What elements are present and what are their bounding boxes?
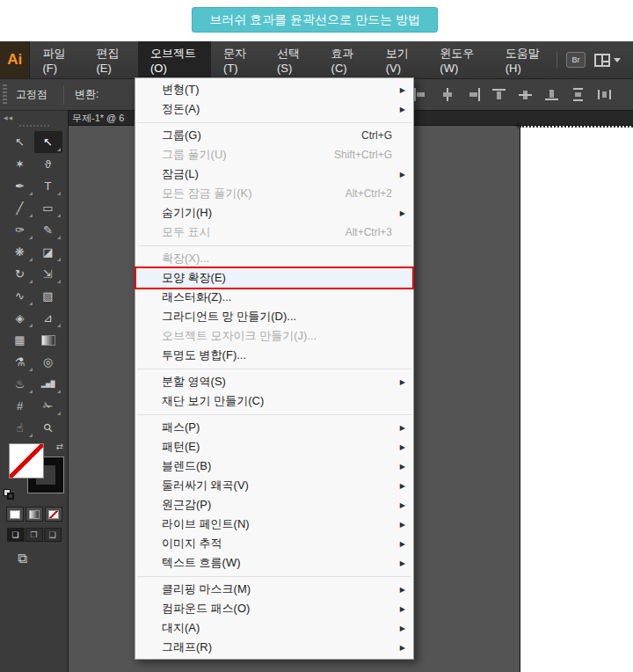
align-vertical-middle-icon[interactable] — [519, 88, 534, 101]
scale-tool[interactable]: ⇲ — [34, 263, 62, 285]
menubar-item-edit[interactable]: 편집(E) — [84, 41, 138, 78]
menu-item-label: 모든 잠금 풀기(K) — [135, 186, 252, 201]
menu-item-flatten-transparency[interactable]: 투명도 병합(F)... — [135, 346, 413, 365]
mesh-tool[interactable]: ▦ — [6, 329, 34, 351]
draw-behind-mode[interactable]: ❐ — [25, 528, 43, 542]
symbol-sprayer-tool[interactable]: ♨ — [6, 373, 34, 395]
menubar-item-view[interactable]: 보기(V) — [374, 41, 428, 78]
menu-item-label: 클리핑 마스크(M) — [135, 581, 251, 597]
fill-color-swatch[interactable] — [9, 443, 44, 478]
menu-item-lock[interactable]: 잠금(L) ▶ — [135, 164, 413, 184]
line-segment-tool[interactable]: ╱ — [6, 197, 34, 219]
menu-item-expand-appearance[interactable]: 모양 확장(E) — [135, 268, 413, 288]
rectangle-tool[interactable]: ▭ — [34, 197, 62, 219]
menubar-item-help[interactable]: 도움말(H) — [493, 41, 557, 78]
perspective-grid-tool[interactable]: ⊿ — [34, 307, 62, 329]
menu-item-pattern[interactable]: 패턴(E) ▶ — [135, 437, 413, 457]
panel-grip-handle[interactable] — [3, 84, 7, 106]
menu-item-create-trim-view[interactable]: 재단 보기 만들기(C) — [135, 391, 413, 411]
menu-item-group[interactable]: 그룹(G) Ctrl+G — [135, 126, 413, 145]
menu-item-artboards[interactable]: 대지(A) ▶ — [135, 618, 413, 638]
rotate-tool[interactable]: ↻ — [6, 263, 34, 285]
pen-tool[interactable]: ✒ — [6, 175, 34, 197]
column-graph-tool[interactable]: ▂▅█ — [34, 373, 62, 395]
menu-item-show-all[interactable]: 모두 표시 Alt+Ctrl+3 — [135, 223, 413, 242]
menu-item-hide[interactable]: 숨기기(H) ▶ — [135, 203, 413, 223]
menubar-item-select[interactable]: 선택(S) — [265, 41, 319, 78]
menu-item-rasterize[interactable]: 래스터화(Z)... — [135, 288, 413, 307]
menu-item-create-object-mosaic[interactable]: 오브젝트 모자이크 만들기(J)... — [135, 326, 413, 346]
menu-item-image-trace[interactable]: 이미지 추적 ▶ — [135, 534, 413, 553]
direct-selection-tool[interactable]: ↖ — [34, 131, 62, 153]
gradient-tool[interactable] — [34, 329, 62, 351]
menu-item-envelope-distort[interactable]: 둘러싸기 왜곡(V) ▶ — [135, 476, 413, 495]
artboard[interactable] — [520, 126, 633, 672]
menu-item-expand[interactable]: 확장(X)... — [135, 249, 413, 268]
menu-item-label: 그룹 풀기(U) — [135, 147, 227, 163]
eyedropper-tool[interactable]: ⚗ — [6, 351, 34, 373]
distribute-vertical-icon[interactable] — [571, 88, 586, 101]
bridge-button[interactable]: Br — [566, 52, 586, 68]
draw-inside-mode[interactable]: ❑ — [44, 528, 62, 542]
width-tool[interactable]: ∿ — [6, 285, 34, 307]
blob-brush-tool[interactable]: ❋ — [6, 241, 34, 263]
menubar-item-file[interactable]: 파일(F) — [30, 41, 84, 78]
align-vertical-bottom-icon[interactable] — [545, 88, 560, 101]
menu-item-label: 확장(X)... — [135, 251, 209, 267]
artboard-tool[interactable]: # — [6, 395, 34, 417]
screen-mode-button[interactable]: ⧉ — [18, 551, 68, 566]
draw-normal-mode[interactable]: ❏ — [7, 528, 25, 542]
free-transform-tool[interactable]: ▧ — [34, 285, 62, 307]
lasso-tool[interactable]: ϑ — [34, 153, 62, 175]
magic-wand-tool[interactable]: ✶ — [6, 153, 34, 175]
submenu-arrow-icon: ▶ — [400, 625, 405, 632]
menu-item-create-gradient-mesh[interactable]: 그라디언트 망 만들기(D)... — [135, 307, 413, 326]
menubar-item-object[interactable]: 오브젝트(O) — [138, 41, 211, 78]
zoom-tool[interactable]: ⚲ — [34, 417, 62, 439]
slice-tool[interactable]: ✁ — [34, 395, 62, 417]
menubar-item-effect[interactable]: 효과(C) — [319, 41, 374, 78]
color-chip-icon — [10, 510, 20, 519]
menu-item-transform[interactable]: 변형(T) ▶ — [135, 80, 413, 99]
align-vertical-top-icon[interactable] — [492, 88, 507, 101]
gradient-button[interactable] — [25, 507, 43, 522]
type-tool[interactable]: T — [34, 175, 62, 197]
menubar-item-type[interactable]: 문자(T) — [211, 41, 265, 78]
menu-item-path[interactable]: 패스(P) ▶ — [135, 418, 413, 437]
align-horizontal-center-icon[interactable] — [440, 88, 455, 101]
selection-tool[interactable]: ↖ — [6, 131, 34, 153]
color-button[interactable] — [6, 507, 24, 522]
align-horizontal-left-icon[interactable] — [413, 88, 428, 101]
menu-item-graph[interactable]: 그래프(R) ▶ — [135, 638, 413, 657]
menubar-item-window[interactable]: 윈도우(W) — [427, 41, 492, 78]
menu-item-text-wrap[interactable]: 텍스트 흐름(W) ▶ — [135, 553, 413, 573]
menu-item-live-paint[interactable]: 라이브 페인트(N) ▶ — [135, 515, 413, 534]
menubar-divider — [557, 52, 557, 68]
menu-item-perspective[interactable]: 원근감(P) ▶ — [135, 495, 413, 515]
collapse-panel-button[interactable]: ◀◀ — [0, 111, 68, 123]
width-tool-icon: ∿ — [15, 289, 25, 303]
gradient-chip-icon — [29, 510, 40, 519]
pencil-tool[interactable]: ✎ — [34, 219, 62, 241]
menu-item-ungroup[interactable]: 그룹 풀기(U) Shift+Ctrl+G — [135, 145, 413, 164]
none-button[interactable] — [45, 507, 62, 522]
menu-item-slice[interactable]: 분할 영역(S) ▶ — [135, 372, 413, 391]
menu-item-clipping-mask[interactable]: 클리핑 마스크(M) ▶ — [135, 580, 413, 599]
menu-item-blend[interactable]: 블렌드(B) ▶ — [135, 457, 413, 476]
align-horizontal-right-icon[interactable] — [466, 88, 481, 101]
eraser-tool[interactable]: ◪ — [34, 241, 62, 263]
swap-fill-stroke-icon[interactable]: ⇄ — [56, 442, 63, 451]
paintbrush-tool[interactable]: ✑ — [6, 219, 34, 241]
workspace-switcher-button[interactable] — [594, 54, 621, 67]
hand-tool[interactable]: ☝ — [6, 417, 34, 439]
panel-drag-handle[interactable] — [19, 125, 49, 127]
menu-item-compound-path[interactable]: 컴파운드 패스(O) ▶ — [135, 599, 413, 618]
default-fill-stroke-icon[interactable] — [4, 489, 14, 500]
menu-item-unlock-all[interactable]: 모든 잠금 풀기(K) Alt+Ctrl+2 — [135, 184, 413, 203]
shape-builder-tool[interactable]: ◈ — [6, 307, 34, 329]
menu-item-label: 둘러싸기 왜곡(V) — [135, 478, 249, 493]
submenu-arrow-icon: ▶ — [400, 559, 405, 567]
menu-item-arrange[interactable]: 정돈(A) ▶ — [135, 99, 413, 119]
blend-tool[interactable]: ◎ — [34, 351, 62, 373]
distribute-horizontal-icon[interactable] — [598, 88, 613, 101]
